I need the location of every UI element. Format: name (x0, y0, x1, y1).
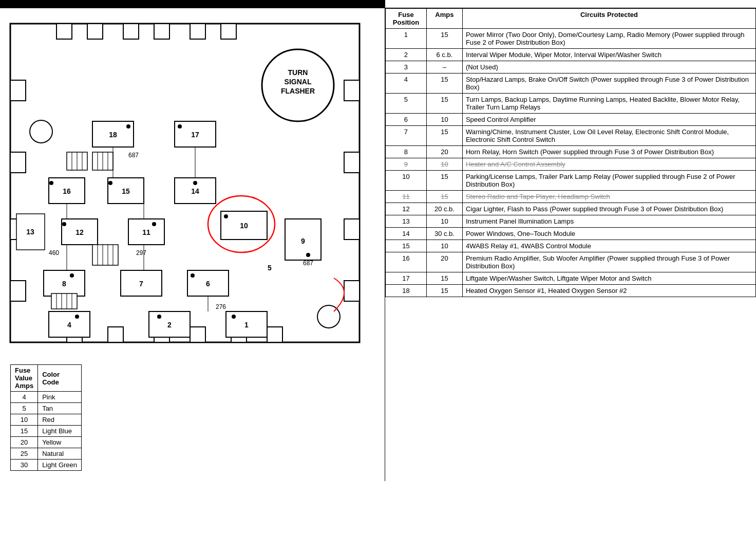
fuse-position-cell: 16 (386, 252, 427, 272)
legend-container: FuseValueAmps ColorCode 4Pink5Tan10Red15… (5, 359, 380, 476)
svg-rect-5 (190, 24, 205, 39)
fuse-position-cell: 8 (386, 146, 427, 158)
fuse-circuits-cell: Heater and A/C Control Assembly (462, 158, 755, 171)
svg-rect-19 (344, 219, 360, 240)
svg-point-25 (30, 120, 52, 143)
legend-row: 15Light Blue (11, 426, 82, 437)
page-header (0, 0, 385, 8)
fuse-amps-cell: 20 (426, 252, 462, 272)
legend-color-cell: Yellow (38, 437, 82, 448)
table-row: 910Heater and A/C Control Assembly (386, 158, 756, 171)
svg-point-42 (193, 181, 197, 185)
svg-rect-16 (10, 281, 26, 301)
svg-rect-86 (92, 245, 118, 265)
svg-text:16: 16 (63, 187, 71, 195)
table-row: 1015Parking/License Lamps, Trailer Park … (386, 171, 756, 191)
fuse-position-cell: 15 (386, 240, 427, 252)
svg-text:FLASHER: FLASHER (281, 87, 315, 95)
svg-rect-18 (344, 152, 360, 173)
fuse-amps-cell: 10 (426, 240, 462, 252)
table-row: 610Speed Control Amplifier (386, 114, 756, 126)
legend-amps-cell: 25 (11, 448, 38, 460)
fuse-circuits-cell: Cigar Lighter, Flash to Pass (Power supp… (462, 203, 755, 215)
svg-point-62 (70, 273, 74, 278)
svg-rect-3 (123, 24, 139, 39)
svg-rect-4 (154, 24, 169, 39)
svg-rect-17 (344, 80, 360, 101)
legend-amps-cell: 20 (11, 437, 38, 448)
col-header-position: FusePosition (386, 9, 427, 29)
svg-text:276: 276 (216, 303, 226, 310)
svg-rect-12 (267, 327, 282, 342)
svg-rect-91 (51, 293, 77, 309)
svg-point-48 (152, 222, 156, 226)
svg-text:14: 14 (191, 187, 199, 195)
svg-text:687: 687 (303, 260, 313, 267)
fuse-amps-cell: 15 (426, 191, 462, 203)
fuse-amps-cell: 10 (426, 114, 462, 126)
legend-amps-cell: 10 (11, 414, 38, 426)
fuse-position-cell: 1 (386, 29, 427, 49)
fuse-position-cell: 9 (386, 158, 427, 171)
col-header-amps: Amps (426, 9, 462, 29)
table-row: 1815Heated Oxygen Sensor #1, Heated Oxyg… (386, 285, 756, 297)
fuse-circuits-cell: Heated Oxygen Sensor #1, Heated Oxygen S… (462, 285, 755, 297)
legend-amps-cell: 30 (11, 460, 38, 471)
fuse-circuits-cell: Speed Control Amplifier (462, 114, 755, 126)
svg-point-77 (232, 315, 236, 319)
fuse-circuits-cell: Power Windows, One–Touch Module (462, 228, 755, 240)
svg-text:15: 15 (122, 187, 130, 195)
svg-rect-20 (344, 281, 360, 301)
legend-color-cell: Light Green (38, 460, 82, 471)
left-panel: TURN SIGNAL FLASHER 18 17 687 (0, 8, 385, 481)
svg-text:4: 4 (67, 321, 71, 329)
legend-row: 25Natural (11, 448, 82, 460)
legend-color-cell: Light Blue (38, 426, 82, 437)
fuse-circuits-cell: Power Mirror (Two Door Only), Dome/Court… (462, 29, 755, 49)
legend-color-cell: Tan (38, 403, 82, 414)
svg-text:TURN: TURN (288, 68, 308, 77)
fuse-position-cell: 18 (386, 285, 427, 297)
legend-row: 10Red (11, 414, 82, 426)
legend-amps-cell: 4 (11, 392, 38, 403)
svg-point-57 (306, 253, 310, 257)
legend-color-cell: Pink (38, 392, 82, 403)
svg-rect-2 (87, 24, 103, 39)
svg-text:8: 8 (62, 280, 66, 288)
fuse-amps-cell: 15 (426, 126, 462, 146)
fuse-circuits-cell: Liftgate Wiper/Washer Switch, Liftgate W… (462, 272, 755, 285)
svg-text:11: 11 (142, 228, 150, 236)
fuse-circuits-cell: Interval Wiper Module, Wiper Motor, Inte… (462, 49, 755, 61)
svg-text:17: 17 (191, 131, 199, 139)
fuse-position-cell: 4 (386, 74, 427, 94)
fuse-amps-cell: 30 c.b. (426, 228, 462, 240)
svg-point-39 (108, 181, 112, 185)
svg-text:2: 2 (167, 321, 172, 329)
svg-point-32 (178, 124, 182, 128)
col-header-circuits: Circuits Protected (462, 9, 755, 29)
fuse-diagram: TURN SIGNAL FLASHER 18 17 687 (5, 19, 365, 347)
fuse-table: FusePosition Amps Circuits Protected 115… (385, 8, 756, 297)
legend-amps-cell: 15 (11, 426, 38, 437)
svg-point-29 (126, 124, 130, 128)
legend-color-cell: Natural (38, 448, 82, 460)
fuse-amps-cell: 15 (426, 29, 462, 49)
legend-row: 5Tan (11, 403, 82, 414)
legend-table: FuseValueAmps ColorCode 4Pink5Tan10Red15… (10, 364, 82, 471)
fuse-circuits-cell: Premium Radio Amplifier, Sub Woofer Ampl… (462, 252, 755, 272)
fuse-circuits-cell: Stereo Radio and Tape Player, Headlamp S… (462, 191, 755, 203)
svg-rect-14 (10, 152, 26, 173)
fuse-amps-cell: 20 c.b. (426, 203, 462, 215)
svg-text:460: 460 (49, 249, 59, 256)
svg-text:10: 10 (240, 222, 248, 230)
svg-text:12: 12 (75, 228, 84, 236)
fuse-circuits-cell: Warning/Chime, Instrument Cluster, Low O… (462, 126, 755, 146)
svg-text:13: 13 (26, 228, 34, 236)
table-row: 1220 c.b.Cigar Lighter, Flash to Pass (P… (386, 203, 756, 215)
fuse-position-cell: 3 (386, 61, 427, 74)
fuse-amps-cell: 15 (426, 171, 462, 191)
svg-point-67 (191, 273, 195, 278)
table-row: 1310Instrument Panel Illumination Lamps (386, 215, 756, 228)
table-row: 415Stop/Hazard Lamps, Brake On/Off Switc… (386, 74, 756, 94)
fuse-position-cell: 2 (386, 49, 427, 61)
